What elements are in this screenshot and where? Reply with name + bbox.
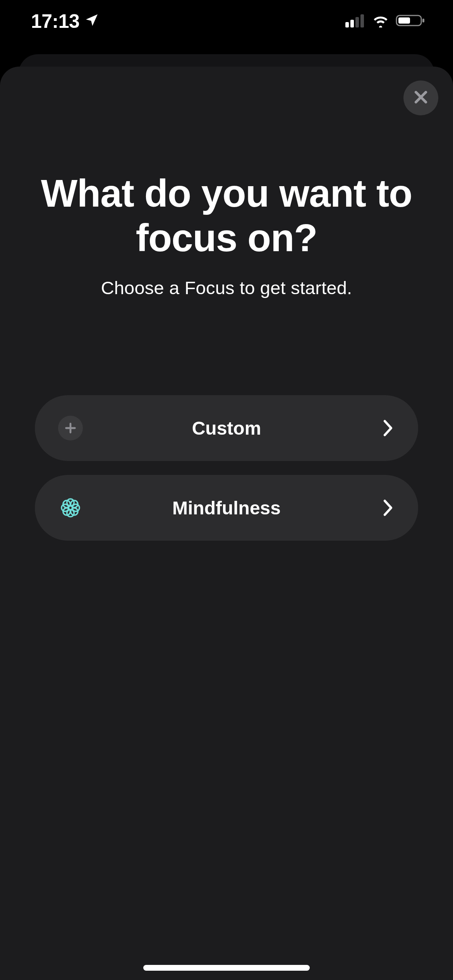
svg-rect-1 — [350, 20, 354, 27]
close-button[interactable] — [403, 81, 438, 115]
plus-icon — [58, 416, 83, 440]
sheet-subtitle: Choose a Focus to get started. — [27, 277, 426, 298]
svg-rect-0 — [345, 22, 349, 27]
sheet-title: What do you want to focus on? — [27, 171, 426, 260]
focus-option-label: Mindfulness — [35, 497, 418, 519]
status-bar: 17:13 — [0, 0, 453, 43]
battery-icon — [396, 14, 426, 29]
chevron-right-icon — [383, 419, 393, 437]
svg-rect-5 — [398, 17, 410, 24]
status-bar-right — [345, 14, 426, 29]
location-arrow-icon — [84, 10, 100, 33]
sheet-content: What do you want to focus on? Choose a F… — [0, 82, 453, 298]
svg-rect-6 — [422, 19, 424, 22]
svg-rect-2 — [355, 17, 359, 27]
wifi-icon — [371, 14, 390, 29]
svg-rect-3 — [360, 14, 364, 27]
status-time: 17:13 — [31, 10, 79, 33]
chevron-right-icon — [383, 499, 393, 517]
mindfulness-icon — [58, 495, 83, 520]
focus-option-custom[interactable]: Custom — [35, 395, 418, 461]
focus-option-label: Custom — [35, 418, 418, 439]
status-bar-left: 17:13 — [31, 10, 100, 33]
focus-selection-sheet: What do you want to focus on? Choose a F… — [0, 67, 453, 980]
home-indicator[interactable] — [143, 965, 310, 971]
focus-options-list: Custom — [0, 395, 453, 541]
close-icon — [412, 89, 429, 107]
signal-strength-icon — [345, 14, 365, 29]
focus-option-mindfulness[interactable]: Mindfulness — [35, 475, 418, 541]
